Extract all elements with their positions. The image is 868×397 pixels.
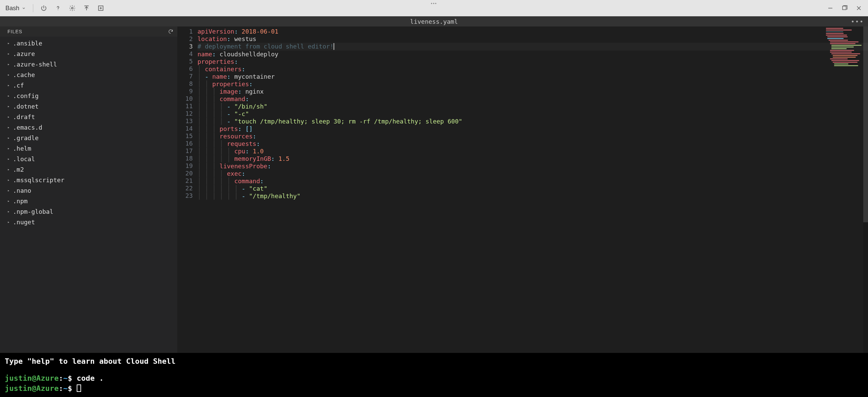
toolbar-right: [827, 4, 863, 12]
editor-tabbar: liveness.yaml •••: [0, 16, 868, 26]
tree-item[interactable]: ▸.nano: [0, 185, 177, 196]
vertical-scrollbar[interactable]: [863, 26, 868, 353]
terminal-cursor: [77, 384, 81, 392]
chevron-right-icon: ▸: [7, 81, 11, 90]
term-path: ~: [63, 384, 68, 393]
tree-item[interactable]: ▸.npm-global: [0, 206, 177, 217]
file-tree: ▸.ansible▸.azure▸.azure-shell▸.cache▸.cf…: [0, 37, 177, 353]
drag-handle-dots[interactable]: •••: [431, 1, 437, 6]
tree-item[interactable]: ▸.gradle: [0, 133, 177, 143]
tree-item-label: .draft: [13, 112, 35, 121]
code-pane[interactable]: 1234567891011121314151617181920212223 ap…: [178, 26, 868, 353]
sidebar-title: FILES: [7, 29, 22, 34]
toolbar-divider: [33, 4, 33, 12]
tree-item-label: .npm: [13, 196, 27, 206]
editor-container: liveness.yaml ••• FILES ▸.ansible▸.azure…: [0, 16, 868, 353]
power-icon[interactable]: [40, 4, 48, 12]
tree-item[interactable]: ▸.azure: [0, 49, 177, 59]
chevron-right-icon: ▸: [7, 207, 11, 216]
svg-point-0: [72, 7, 73, 9]
terminal[interactable]: Type "help" to learn about Cloud Shell j…: [0, 353, 868, 397]
chevron-right-icon: ▸: [7, 144, 11, 153]
tree-item-label: .ansible: [13, 39, 42, 48]
tree-item-label: .mssqlscripter: [13, 175, 64, 185]
gear-icon[interactable]: [69, 4, 76, 12]
tree-item-label: .emacs.d: [13, 123, 42, 132]
scrollbar-thumb[interactable]: [863, 26, 868, 222]
tree-item[interactable]: ▸.emacs.d: [0, 122, 177, 133]
maximize-icon[interactable]: [841, 4, 848, 12]
tree-item[interactable]: ▸.nuget: [0, 217, 177, 227]
tree-item[interactable]: ▸.npm: [0, 196, 177, 206]
shell-label: Bash: [5, 5, 19, 12]
tree-item[interactable]: ▸.ansible: [0, 38, 177, 49]
chevron-right-icon: ▸: [7, 175, 11, 185]
tree-item-label: .dotnet: [13, 102, 39, 111]
toolbar-left: Bash: [5, 4, 105, 12]
chevron-right-icon: ▸: [7, 112, 11, 121]
tree-item[interactable]: ▸.cf: [0, 80, 177, 91]
tree-item-label: .config: [13, 91, 39, 100]
chevron-right-icon: ▸: [7, 133, 11, 143]
tree-item[interactable]: ▸.local: [0, 154, 177, 164]
shell-selector[interactable]: Bash: [5, 5, 26, 12]
chevron-right-icon: ▸: [7, 218, 11, 227]
tree-item-label: .azure-shell: [13, 60, 57, 69]
help-icon[interactable]: [54, 4, 62, 12]
minimize-icon[interactable]: [827, 4, 834, 12]
editor-filename: liveness.yaml: [410, 18, 458, 25]
tree-item-label: .m2: [13, 165, 24, 174]
terminal-prompt-line: justin@Azure:~$: [5, 383, 863, 394]
line-gutter: 1234567891011121314151617181920212223: [178, 26, 197, 353]
tree-item-label: .nano: [13, 186, 31, 195]
chevron-right-icon: ▸: [7, 49, 11, 58]
cloud-shell-toolbar: ••• Bash: [0, 0, 868, 16]
tree-item[interactable]: ▸.dotnet: [0, 101, 177, 112]
chevron-right-icon: ▸: [7, 70, 11, 79]
chevron-right-icon: ▸: [7, 165, 11, 174]
tree-item[interactable]: ▸.draft: [0, 112, 177, 122]
svg-rect-2: [843, 6, 846, 10]
term-user: justin: [5, 384, 32, 393]
chevron-right-icon: ▸: [7, 91, 11, 100]
file-sidebar: FILES ▸.ansible▸.azure▸.azure-shell▸.cac…: [0, 26, 178, 353]
term-host: Azure: [36, 384, 59, 393]
tree-item-label: .local: [13, 154, 35, 164]
tree-item[interactable]: ▸.m2: [0, 164, 177, 175]
terminal-history: justin@Azure:~$ code .: [5, 373, 863, 383]
chevron-down-icon: [21, 6, 26, 11]
tree-item-label: .cf: [13, 81, 24, 90]
terminal-help-line: Type "help" to learn about Cloud Shell: [5, 356, 863, 366]
upload-icon[interactable]: [83, 4, 90, 12]
editor-more-icon[interactable]: •••: [851, 18, 864, 25]
tree-item-label: .cache: [13, 70, 35, 79]
chevron-right-icon: ▸: [7, 123, 11, 132]
tree-item[interactable]: ▸.azure-shell: [0, 59, 177, 70]
tree-item-label: .gradle: [13, 133, 39, 143]
chevron-right-icon: ▸: [7, 102, 11, 111]
tree-item-label: .nuget: [13, 218, 35, 227]
chevron-right-icon: ▸: [7, 196, 11, 206]
chevron-right-icon: ▸: [7, 154, 11, 164]
tree-item[interactable]: ▸.mssqlscripter: [0, 175, 177, 185]
tree-item[interactable]: ▸.config: [0, 91, 177, 101]
chevron-right-icon: ▸: [7, 60, 11, 69]
tree-item-label: .npm-global: [13, 207, 53, 216]
tree-item[interactable]: ▸.helm: [0, 143, 177, 154]
new-window-icon[interactable]: [97, 4, 105, 12]
editor-body: FILES ▸.ansible▸.azure▸.azure-shell▸.cac…: [0, 26, 868, 353]
refresh-icon[interactable]: [168, 29, 173, 34]
close-icon[interactable]: [855, 4, 863, 12]
tree-item[interactable]: ▸.cache: [0, 70, 177, 80]
chevron-right-icon: ▸: [7, 186, 11, 195]
tree-item-label: .azure: [13, 49, 35, 58]
sidebar-header: FILES: [0, 26, 177, 37]
term-symbol: $: [68, 384, 72, 393]
tree-item-label: .helm: [13, 144, 31, 153]
chevron-right-icon: ▸: [7, 39, 11, 48]
code-lines[interactable]: apiVersion: 2018-06-01location: westus# …: [197, 26, 868, 353]
